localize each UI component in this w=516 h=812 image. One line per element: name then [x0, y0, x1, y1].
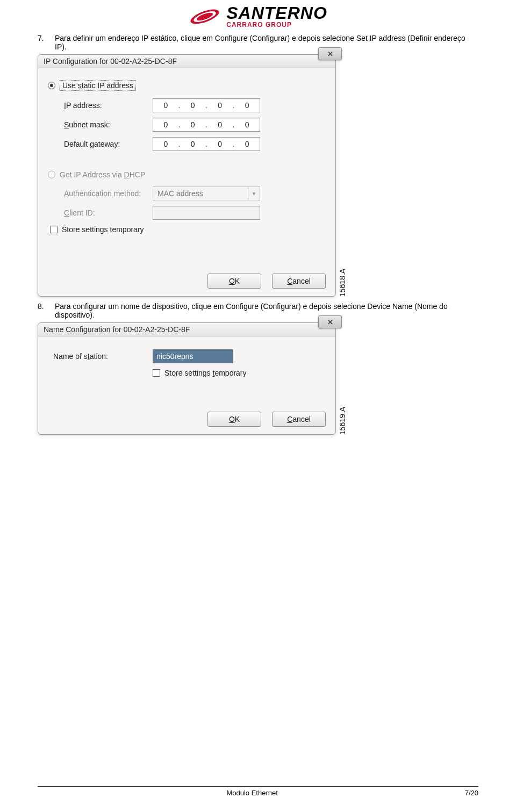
brand-name: SANTERNO [226, 5, 327, 21]
logo-inner: SANTERNO CARRARO GROUP [189, 5, 327, 28]
radio-static-label: Use static IP address [60, 80, 136, 91]
radio-dhcp-label: Get IP Address via DHCP [60, 170, 145, 179]
gateway-input[interactable]: 0. 0. 0. 0 [153, 137, 260, 151]
checkbox-icon [50, 226, 58, 233]
dialog2-buttons: OK Cancel [48, 412, 326, 427]
footer-page: 7/20 [465, 789, 478, 797]
page-footer: . Modulo Ethernet 7/20 [38, 786, 478, 797]
store-label: Store settings temporary [62, 225, 144, 234]
name-config-dialog: Name Configuration for 00-02-A2-25-DC-8F… [38, 322, 336, 435]
footer-center: Modulo Ethernet [226, 789, 277, 797]
client-label: Client ID: [64, 209, 153, 217]
auth-row: Authentication method: MAC address ▼ [64, 186, 326, 200]
ip-label: IP address: [64, 101, 153, 110]
logo-mark-icon [189, 6, 221, 27]
instruction-step-7: 7. Para definir um endereço IP estático,… [38, 34, 478, 51]
client-input [153, 206, 260, 220]
ok-button[interactable]: OK [207, 412, 261, 427]
dialog1-wrap: IP Configuration for 00-02-A2-25-DC-8F ✕… [38, 54, 478, 297]
dialog1-buttons: OK Cancel [48, 274, 326, 289]
logo-text: SANTERNO CARRARO GROUP [226, 5, 327, 28]
auth-select: MAC address ▼ [153, 186, 260, 200]
radio-dhcp-row: Get IP Address via DHCP [48, 170, 326, 179]
radio-dhcp-icon [48, 171, 55, 178]
step-number: 8. [38, 302, 47, 319]
cancel-button[interactable]: Cancel [272, 412, 326, 427]
ip-config-dialog: IP Configuration for 00-02-A2-25-DC-8F ✕… [38, 54, 336, 297]
dialog2-titlebar: Name Configuration for 00-02-A2-25-DC-8F… [38, 323, 335, 336]
client-row: Client ID: [64, 206, 326, 220]
close-button[interactable]: ✕ [318, 315, 342, 328]
checkbox-icon [153, 369, 160, 377]
store-label: Store settings temporary [164, 369, 247, 377]
subnet-input[interactable]: 0. 0. 0. 0 [153, 118, 260, 132]
gateway-row: Default gateway: 0. 0. 0. 0 [64, 137, 326, 151]
close-icon: ✕ [327, 50, 333, 58]
store-temp-row-1[interactable]: Store settings temporary [50, 225, 326, 234]
station-name-label: Name of station: [53, 352, 153, 361]
figure-label-2: 15619.A [338, 403, 347, 435]
dialog1-titlebar: IP Configuration for 00-02-A2-25-DC-8F ✕ [38, 55, 335, 68]
ip-address-input[interactable]: 0. 0. 0. 0 [153, 98, 260, 112]
auth-label: Authentication method: [64, 189, 153, 198]
close-button[interactable]: ✕ [318, 47, 342, 60]
store-temp-row-2[interactable]: Store settings temporary [153, 369, 326, 377]
radio-static-row[interactable]: Use static IP address [48, 80, 326, 91]
header-logo-bar: SANTERNO CARRARO GROUP [38, 5, 478, 30]
cancel-button[interactable]: Cancel [272, 274, 326, 289]
close-icon: ✕ [327, 318, 333, 326]
step-number: 7. [38, 34, 47, 51]
step-text: Para configurar um nome de dispositivo, … [55, 302, 478, 319]
subnet-row: Subnet mask: 0. 0. 0. 0 [64, 118, 326, 132]
ok-button[interactable]: OK [207, 274, 261, 289]
dialog2-wrap: Name Configuration for 00-02-A2-25-DC-8F… [38, 322, 478, 435]
chevron-down-icon: ▼ [248, 187, 260, 200]
dialog1-title: IP Configuration for 00-02-A2-25-DC-8F [44, 57, 177, 66]
gateway-label: Default gateway: [64, 140, 153, 148]
step-text: Para definir um endereço IP estático, cl… [55, 34, 478, 51]
station-name-input[interactable]: nic50repns [153, 349, 233, 363]
figure-label-1: 15618.A [338, 264, 347, 297]
dialog2-title: Name Configuration for 00-02-A2-25-DC-8F [44, 325, 190, 334]
station-name-row: Name of station: nic50repns [53, 349, 326, 363]
radio-static-icon [48, 82, 55, 89]
ip-address-row: IP address: 0. 0. 0. 0 [64, 98, 326, 112]
subnet-label: Subnet mask: [64, 120, 153, 129]
instruction-step-8: 8. Para configurar um nome de dispositiv… [38, 302, 478, 319]
